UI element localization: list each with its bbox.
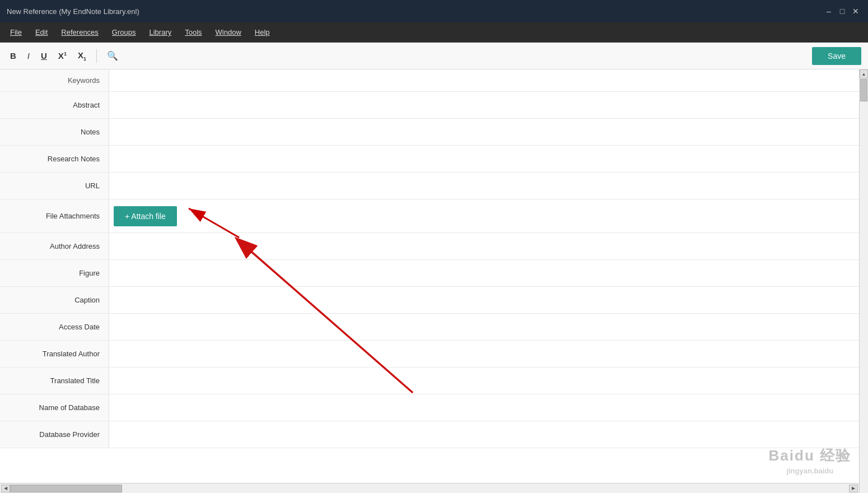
name-of-database-label: Name of Database [0,394,109,421]
file-attachments-area: + Attach file [109,199,859,232]
access-date-row: Access Date [0,314,859,341]
translated-title-input[interactable] [114,375,855,386]
horizontal-scrollbar[interactable]: ◀ ▶ [0,483,859,493]
toolbar: B I U X1 X1 🔍 Save [0,43,868,69]
abstract-row: Abstract [0,92,859,119]
file-attachments-row: File Attachments + Attach file [0,199,859,233]
translated-author-input-area[interactable] [109,341,859,367]
menu-tools[interactable]: Tools [179,26,207,39]
toolbar-divider [96,49,97,63]
menu-library[interactable]: Library [143,26,177,39]
research-notes-input-area[interactable] [109,146,859,172]
keywords-label: Keywords [0,69,109,91]
menu-bar: File Edit References Groups Library Tool… [0,22,868,43]
keywords-input-area[interactable] [109,69,859,91]
url-input-area[interactable] [109,173,859,199]
author-address-input-area[interactable] [109,233,859,259]
notes-row: Notes [0,119,859,146]
menu-references[interactable]: References [55,26,104,39]
translated-author-row: Translated Author [0,341,859,368]
bold-button[interactable]: B [7,49,20,63]
url-row: URL [0,173,859,199]
menu-help[interactable]: Help [249,26,276,39]
file-attachments-label: File Attachments [0,199,109,232]
author-address-label: Author Address [0,233,109,259]
figure-input[interactable] [114,268,855,278]
italic-button[interactable]: I [24,49,33,63]
name-of-database-row: Name of Database [0,394,859,421]
abstract-input-area[interactable] [109,92,859,118]
title-bar-controls: – □ ✕ [823,6,861,17]
maximize-button[interactable]: □ [837,6,848,17]
search-icon[interactable]: 🔍 [104,48,122,63]
translated-title-input-area[interactable] [109,368,859,394]
database-provider-input[interactable] [114,429,855,440]
scroll-up-arrow[interactable]: ▲ [860,69,868,78]
notes-input-area[interactable] [109,119,859,145]
url-input[interactable] [114,180,855,191]
h-scroll-left-arrow[interactable]: ◀ [1,485,10,492]
translated-title-row: Translated Title [0,368,859,394]
database-provider-row: Database Provider [0,421,859,448]
access-date-input[interactable] [114,322,855,332]
subscript-button[interactable]: X1 [74,48,90,64]
author-address-input[interactable] [114,241,855,252]
attach-file-button[interactable]: + Attach file [114,206,177,226]
caption-label: Caption [0,287,109,313]
caption-input[interactable] [114,295,855,305]
name-of-database-input[interactable] [114,402,855,413]
menu-window[interactable]: Window [210,26,247,39]
app-title: New Reference (My EndNote Library.enl) [7,7,139,16]
menu-edit[interactable]: Edit [30,26,53,39]
url-label: URL [0,173,109,199]
access-date-input-area[interactable] [109,314,859,340]
caption-input-area[interactable] [109,287,859,313]
title-bar-left: New Reference (My EndNote Library.enl) [7,7,139,16]
author-address-row: Author Address [0,233,859,260]
research-notes-input[interactable] [114,154,855,164]
keywords-input[interactable] [114,75,855,86]
translated-title-label: Translated Title [0,368,109,394]
h-scroll-track [10,485,849,492]
notes-input[interactable] [114,127,855,137]
minimize-button[interactable]: – [823,6,834,17]
translated-author-input[interactable] [114,348,855,359]
notes-label: Notes [0,119,109,145]
keywords-row: Keywords [0,69,859,92]
database-provider-input-area[interactable] [109,421,859,448]
access-date-label: Access Date [0,314,109,340]
underline-button[interactable]: U [38,49,50,63]
menu-groups[interactable]: Groups [106,26,142,39]
figure-input-area[interactable] [109,260,859,286]
title-bar: New Reference (My EndNote Library.enl) –… [0,0,868,22]
abstract-input[interactable] [114,100,855,110]
h-scroll-right-arrow[interactable]: ▶ [849,485,858,492]
vertical-scrollbar[interactable]: ▲ [859,69,868,493]
figure-label: Figure [0,260,109,286]
translated-author-label: Translated Author [0,341,109,367]
main-content: Keywords Abstract Notes [0,69,868,493]
figure-row: Figure [0,260,859,287]
scroll-thumb[interactable] [860,79,867,101]
name-of-database-input-area[interactable] [109,394,859,421]
caption-row: Caption [0,287,859,314]
abstract-label: Abstract [0,92,109,118]
form-container: Keywords Abstract Notes [0,69,859,483]
database-provider-label: Database Provider [0,421,109,448]
save-button[interactable]: Save [812,47,861,65]
h-scroll-thumb[interactable] [10,485,122,492]
menu-file[interactable]: File [4,26,27,39]
close-button[interactable]: ✕ [850,6,861,17]
research-notes-row: Research Notes [0,146,859,173]
superscript-button[interactable]: X1 [55,49,70,63]
research-notes-label: Research Notes [0,146,109,172]
